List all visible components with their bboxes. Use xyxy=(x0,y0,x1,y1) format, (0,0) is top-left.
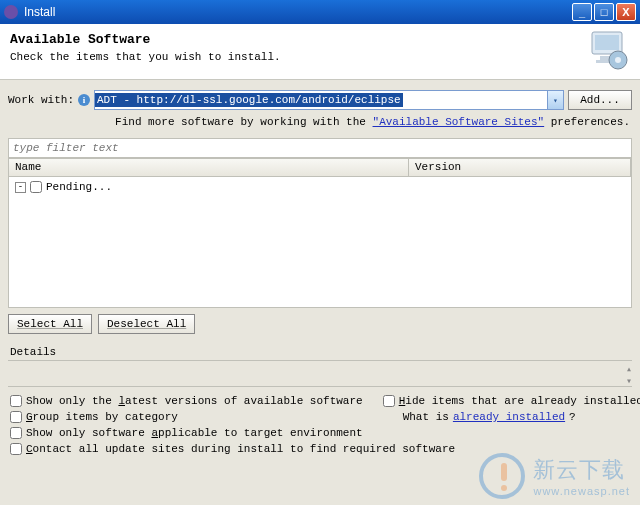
work-with-value: ADT - http://dl-ssl.google.com/android/e… xyxy=(95,93,403,107)
column-name[interactable]: Name xyxy=(9,159,409,176)
option-hide-checkbox[interactable] xyxy=(383,395,395,407)
app-icon xyxy=(4,5,18,19)
option-latest-checkbox[interactable] xyxy=(10,395,22,407)
row-checkbox[interactable] xyxy=(30,181,42,193)
window-title: Install xyxy=(24,5,572,19)
table-header: Name Version xyxy=(9,159,631,177)
software-table: Name Version - Pending... xyxy=(8,158,632,308)
already-installed-link[interactable]: already installed xyxy=(453,411,565,423)
select-all-button[interactable]: Select All xyxy=(8,314,92,334)
work-with-row: Work with: i ADT - http://dl-ssl.google.… xyxy=(0,80,640,114)
page-subtitle: Check the items that you wish to install… xyxy=(10,51,630,63)
window-minimize-button[interactable]: _ xyxy=(572,3,592,21)
deselect-all-button[interactable]: Deselect All xyxy=(98,314,195,334)
column-version[interactable]: Version xyxy=(409,159,631,176)
page-title: Available Software xyxy=(10,32,630,47)
option-group-checkbox[interactable] xyxy=(10,411,22,423)
details-box: ▴▾ xyxy=(8,360,632,380)
work-with-combo[interactable]: ADT - http://dl-ssl.google.com/android/e… xyxy=(94,90,564,110)
option-applicable[interactable]: Show only software applicable to target … xyxy=(10,427,640,439)
options-panel: Show only the latest versions of availab… xyxy=(0,387,640,463)
filter-input[interactable] xyxy=(8,138,632,158)
expand-collapse-icon[interactable]: ▴▾ xyxy=(626,363,632,387)
table-row[interactable]: - Pending... xyxy=(15,181,625,193)
tree-expand-icon[interactable]: - xyxy=(15,182,26,193)
titlebar: Install _ □ X xyxy=(0,0,640,24)
option-applicable-checkbox[interactable] xyxy=(10,427,22,439)
svg-point-5 xyxy=(615,57,621,63)
option-hide[interactable]: Hide items that are already installed xyxy=(383,395,640,407)
option-latest[interactable]: Show only the latest versions of availab… xyxy=(10,395,363,407)
details-label: Details xyxy=(0,340,640,360)
window-maximize-button[interactable]: □ xyxy=(594,3,614,21)
row-label: Pending... xyxy=(46,181,112,193)
option-group[interactable]: Group items by category xyxy=(10,411,363,423)
install-icon xyxy=(586,28,630,72)
work-with-label: Work with: xyxy=(8,94,74,106)
dialog-content: Available Software Check the items that … xyxy=(0,24,640,463)
hint-row: Find more software by working with the "… xyxy=(0,114,640,134)
option-contact[interactable]: Contact all update sites during install … xyxy=(10,443,640,455)
svg-rect-1 xyxy=(595,35,619,50)
window-close-button[interactable]: X xyxy=(616,3,636,21)
info-icon: i xyxy=(78,94,90,106)
chevron-down-icon[interactable]: ▾ xyxy=(547,91,563,109)
option-contact-checkbox[interactable] xyxy=(10,443,22,455)
what-is-installed: What is already installed? xyxy=(383,411,640,423)
add-button[interactable]: Add... xyxy=(568,90,632,110)
watermark-url: www.newasp.net xyxy=(533,485,630,497)
header-area: Available Software Check the items that … xyxy=(0,24,640,80)
available-sites-link[interactable]: "Available Software Sites" xyxy=(373,116,545,128)
